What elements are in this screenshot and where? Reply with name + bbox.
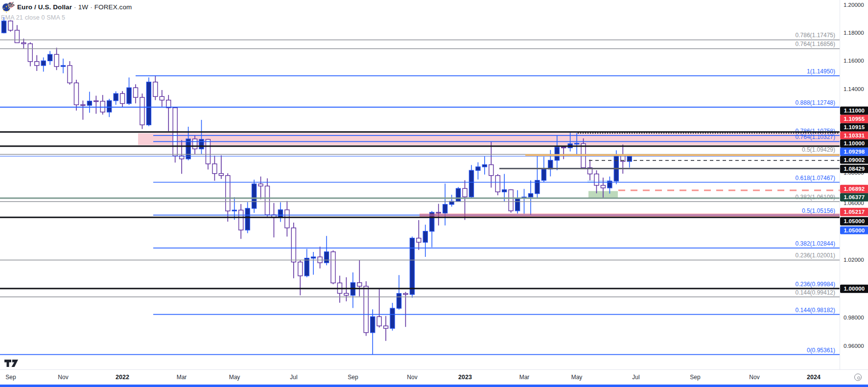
time-tick-label[interactable]: Nov	[749, 374, 759, 381]
candle[interactable]	[541, 169, 546, 181]
candle[interactable]	[390, 308, 395, 328]
candle[interactable]	[397, 294, 401, 308]
candle[interactable]	[555, 147, 559, 160]
indicator-row[interactable]: EMA 21 close 0 SMA 5	[1, 14, 132, 21]
candle[interactable]	[35, 62, 39, 66]
candle[interactable]	[127, 88, 131, 103]
time-tick-label[interactable]: 2024	[807, 374, 821, 381]
candle[interactable]	[403, 294, 408, 295]
candle[interactable]	[344, 294, 349, 296]
candle[interactable]	[476, 167, 480, 170]
price-chart-canvas[interactable]: 0.786(1.17475)0.764(1.16856)1(1.14950)0.…	[0, 0, 840, 369]
candle[interactable]	[377, 317, 381, 326]
candle[interactable]	[120, 93, 125, 103]
time-tick-label[interactable]: Jul	[632, 374, 639, 381]
candle[interactable]	[193, 139, 197, 149]
price-axis[interactable]: 1.200001.180001.160001.140001.080001.060…	[840, 0, 868, 369]
time-tick-label[interactable]: Mar	[519, 374, 530, 381]
candle[interactable]	[245, 208, 250, 230]
candle[interactable]	[8, 21, 13, 30]
candle[interactable]	[436, 212, 441, 213]
candle[interactable]	[252, 184, 257, 208]
candle[interactable]	[469, 170, 473, 197]
candle[interactable]	[74, 83, 78, 105]
tradingview-logo[interactable]	[4, 359, 21, 368]
candle[interactable]	[153, 82, 158, 97]
candle[interactable]	[489, 165, 493, 176]
time-tick-label[interactable]: May	[229, 374, 240, 381]
candle[interactable]	[22, 43, 26, 44]
candle[interactable]	[226, 176, 230, 211]
candle[interactable]	[239, 210, 243, 230]
time-tick-label[interactable]: May	[571, 374, 583, 381]
candle[interactable]	[134, 88, 138, 97]
time-tick-label[interactable]: Mar	[177, 374, 187, 381]
candle[interactable]	[61, 66, 66, 67]
axis-settings-icon[interactable]	[854, 374, 862, 381]
candle[interactable]	[311, 257, 316, 258]
candle[interactable]	[325, 252, 329, 263]
candle[interactable]	[48, 54, 52, 61]
candle[interactable]	[384, 326, 388, 328]
symbol-row[interactable]: Euro / U.S. Dollar·1W·FOREX.com	[2, 1, 132, 12]
candle[interactable]	[495, 176, 500, 192]
candle[interactable]	[417, 238, 421, 242]
candle[interactable]	[285, 210, 289, 228]
candle[interactable]	[212, 164, 217, 174]
candle[interactable]	[160, 96, 164, 100]
time-tick-label[interactable]: Nov	[407, 374, 417, 381]
candle[interactable]	[371, 317, 375, 333]
time-tick-label[interactable]: Jul	[290, 374, 297, 381]
candle[interactable]	[410, 238, 414, 295]
time-tick-label[interactable]: 2023	[458, 374, 472, 381]
candle[interactable]	[482, 165, 487, 167]
candle[interactable]	[146, 82, 151, 125]
candle[interactable]	[305, 258, 309, 276]
candle[interactable]	[15, 30, 19, 43]
time-tick-label[interactable]: 2022	[116, 374, 129, 381]
candle[interactable]	[364, 286, 368, 333]
time-tick-label[interactable]: Sep	[5, 374, 16, 381]
candle[interactable]	[298, 262, 303, 276]
candle[interactable]	[68, 66, 72, 83]
candle[interactable]	[199, 139, 204, 149]
time-tick-label[interactable]: Nov	[58, 374, 68, 381]
candle[interactable]	[509, 190, 513, 211]
candle[interactable]	[291, 228, 296, 262]
candle[interactable]	[529, 194, 533, 197]
candle[interactable]	[502, 190, 507, 192]
candle[interactable]	[594, 174, 599, 185]
candle[interactable]	[41, 61, 46, 66]
candlestick-chart[interactable]: 0.786(1.17475)0.764(1.16856)1(1.14950)0.…	[0, 0, 840, 369]
candle[interactable]	[258, 184, 263, 186]
visibility-off-icon[interactable]	[6, 1, 15, 9]
candle[interactable]	[601, 185, 605, 188]
candle[interactable]	[140, 97, 144, 125]
candle[interactable]	[357, 283, 362, 286]
candle[interactable]	[54, 54, 59, 67]
candle[interactable]	[562, 147, 566, 148]
candle[interactable]	[423, 231, 427, 242]
candle[interactable]	[219, 174, 223, 176]
time-tick-label[interactable]: Sep	[690, 374, 700, 381]
candle[interactable]	[516, 198, 520, 211]
candle[interactable]	[28, 44, 32, 61]
candle[interactable]	[575, 143, 579, 144]
candle[interactable]	[114, 93, 118, 101]
candle[interactable]	[2, 21, 6, 33]
candle[interactable]	[463, 188, 467, 197]
candle[interactable]	[331, 252, 335, 283]
candle[interactable]	[206, 139, 210, 164]
candle[interactable]	[81, 105, 85, 106]
candle[interactable]	[94, 101, 98, 102]
candle[interactable]	[278, 210, 282, 218]
interval-label[interactable]: 1W	[78, 3, 88, 11]
candle[interactable]	[456, 188, 461, 201]
time-axis[interactable]: SepNov2022MarMayJulSepNov2023MarMayJulSe…	[0, 369, 868, 385]
candle[interactable]	[265, 186, 270, 215]
time-tick-label[interactable]: Sep	[348, 374, 358, 381]
candle[interactable]	[107, 101, 112, 112]
candle[interactable]	[232, 210, 236, 211]
candle[interactable]	[443, 205, 447, 213]
candle[interactable]	[87, 101, 92, 106]
